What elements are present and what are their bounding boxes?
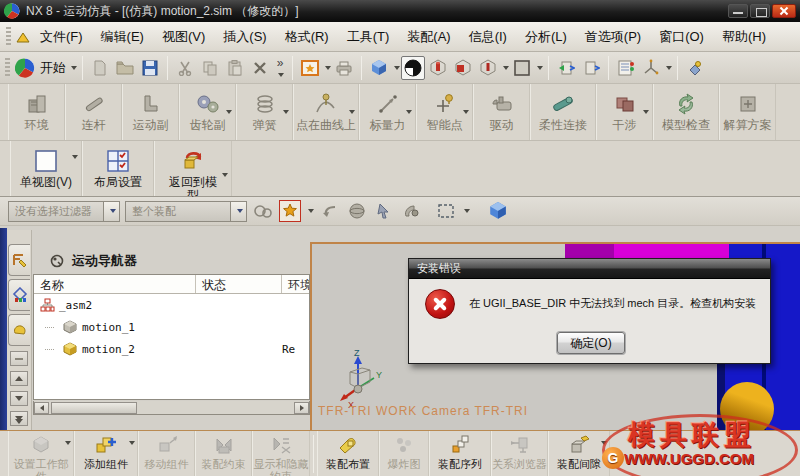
- chevron-down-icon[interactable]: [230, 202, 246, 221]
- chevron-down-icon[interactable]: [283, 110, 289, 114]
- point-on-curve-button[interactable]: 点在曲线上: [293, 84, 359, 140]
- chevron-down-icon[interactable]: [394, 66, 400, 70]
- close-button[interactable]: [772, 4, 796, 18]
- wcs-cube-button[interactable]: [487, 200, 509, 222]
- tree-row-asm2[interactable]: _asm2: [34, 294, 309, 316]
- menu-edit[interactable]: 编辑(E): [92, 24, 153, 50]
- scroll-thumb[interactable]: [51, 402, 137, 414]
- link-button[interactable]: 连杆: [65, 84, 122, 140]
- ok-button[interactable]: 确定(O): [557, 332, 625, 354]
- model-check-button[interactable]: 模型检查: [653, 84, 719, 140]
- assembly-clearance-button[interactable]: 装配间隙: [548, 431, 610, 476]
- menu-file[interactable]: 文件(F): [31, 24, 92, 50]
- chevron-down-icon[interactable]: [503, 66, 509, 70]
- minimize-button[interactable]: [728, 4, 748, 18]
- column-environment[interactable]: 环境: [282, 275, 309, 293]
- scroll-right-button[interactable]: [294, 402, 309, 414]
- single-view-button[interactable]: 单视图(V): [10, 141, 82, 196]
- assembly-constraints-button[interactable]: 装配约束: [195, 431, 252, 476]
- chevron-down-icon[interactable]: [226, 110, 232, 114]
- snapshot-button[interactable]: [252, 200, 274, 222]
- selection-filter-dropdown[interactable]: 没有选择过滤器: [8, 201, 120, 222]
- show-hide-constraints-button[interactable]: 显示和隐藏约束: [252, 431, 310, 476]
- add-component-button[interactable]: 添加组件: [74, 431, 138, 476]
- chevron-down-icon[interactable]: [406, 110, 412, 114]
- scroll-left-button[interactable]: [34, 402, 49, 414]
- chevron-down-icon[interactable]: [308, 209, 314, 213]
- menu-format[interactable]: 格式(R): [276, 24, 338, 50]
- column-name[interactable]: 名称: [34, 275, 196, 293]
- tab-history[interactable]: [8, 314, 30, 346]
- chevron-down-icon[interactable]: [72, 155, 78, 159]
- edit-section-button[interactable]: [476, 56, 500, 80]
- start-button[interactable]: 开始: [40, 59, 66, 77]
- selection-scope-dropdown[interactable]: 整个装配: [125, 201, 247, 222]
- hand-tool-button[interactable]: [400, 200, 422, 222]
- joint-button[interactable]: 运动副: [122, 84, 179, 140]
- resource-scroll-bottom-button[interactable]: [10, 411, 28, 426]
- copy-button[interactable]: [198, 56, 222, 80]
- pane-button[interactable]: [510, 56, 534, 80]
- assembly-sequence-button[interactable]: 装配序列: [429, 431, 491, 476]
- smart-point-button[interactable]: 智能点: [416, 84, 473, 140]
- interference-button[interactable]: 干涉: [596, 84, 653, 140]
- navigator-hscrollbar[interactable]: [33, 401, 310, 415]
- tree-row-motion2[interactable]: motion_2 Re: [34, 338, 309, 360]
- menu-view[interactable]: 视图(V): [153, 24, 214, 50]
- information-list-button[interactable]: [614, 56, 638, 80]
- chevron-down-icon[interactable]: [129, 441, 135, 445]
- paste-button[interactable]: [223, 56, 247, 80]
- delete-button[interactable]: [248, 56, 272, 80]
- model-part-yellow-cylinder[interactable]: [720, 382, 774, 430]
- driver-button[interactable]: 驱动: [473, 84, 530, 140]
- datum-button[interactable]: [683, 56, 707, 80]
- toolbar-overflow-button[interactable]: »: [273, 58, 287, 78]
- marquee-select-button[interactable]: [435, 200, 457, 222]
- return-to-model-button[interactable]: 返回到模型: [154, 141, 232, 196]
- chevron-down-icon[interactable]: [103, 202, 119, 221]
- solution-button[interactable]: 解算方案: [719, 84, 776, 140]
- spring-button[interactable]: 弹簧: [236, 84, 293, 140]
- highlight-filter-button[interactable]: [279, 200, 301, 222]
- menu-assemblies[interactable]: 装配(A): [398, 24, 459, 50]
- chevron-down-icon[interactable]: [65, 441, 71, 445]
- resource-scroll-down-button[interactable]: [10, 391, 28, 406]
- layout-settings-button[interactable]: 布局设置: [82, 141, 154, 196]
- dialog-title-bar[interactable]: 安装错误: [409, 259, 770, 279]
- tab-constraint-navigator[interactable]: [8, 279, 30, 311]
- menu-window[interactable]: 窗口(O): [650, 24, 713, 50]
- menu-help[interactable]: 帮助(H): [713, 24, 775, 50]
- menu-tools[interactable]: 工具(T): [338, 24, 399, 50]
- sphere-tool-button[interactable]: [346, 200, 368, 222]
- environment-button[interactable]: 环境: [8, 84, 65, 140]
- chevron-down-icon[interactable]: [643, 110, 649, 114]
- assembly-arrangements-button[interactable]: 装配布置: [317, 431, 379, 476]
- toolbar-grip[interactable]: [6, 27, 11, 47]
- set-work-part-button[interactable]: 设置工作部件: [8, 431, 74, 476]
- gear-pair-button[interactable]: 齿轮副: [179, 84, 236, 140]
- column-status[interactable]: 状态: [196, 275, 282, 293]
- print-button[interactable]: [332, 56, 356, 80]
- new-button[interactable]: [88, 56, 112, 80]
- clip-section-button[interactable]: [451, 56, 475, 80]
- rendering-style-button[interactable]: [401, 56, 425, 80]
- window-style-button[interactable]: [298, 56, 322, 80]
- exploded-view-button[interactable]: 爆炸图: [379, 431, 429, 476]
- menu-insert[interactable]: 插入(S): [214, 24, 275, 50]
- chevron-down-icon[interactable]: [601, 441, 607, 445]
- relations-browser-button[interactable]: 关系浏览器: [491, 431, 548, 476]
- chevron-down-icon[interactable]: [71, 66, 77, 70]
- open-button[interactable]: [113, 56, 137, 80]
- menu-preferences[interactable]: 首选项(P): [576, 24, 650, 50]
- save-button[interactable]: [138, 56, 162, 80]
- flexible-connection-button[interactable]: 柔性连接: [530, 84, 596, 140]
- menu-information[interactable]: 信息(I): [460, 24, 516, 50]
- resource-scroll-top-button[interactable]: [10, 351, 28, 366]
- cut-button[interactable]: [173, 56, 197, 80]
- chevron-down-icon[interactable]: [537, 66, 543, 70]
- toolbar-grip[interactable]: [5, 58, 10, 78]
- window-new-button[interactable]: [554, 56, 578, 80]
- undo-selection-button[interactable]: [319, 200, 341, 222]
- chevron-down-icon[interactable]: [666, 66, 672, 70]
- csys-button[interactable]: [639, 56, 663, 80]
